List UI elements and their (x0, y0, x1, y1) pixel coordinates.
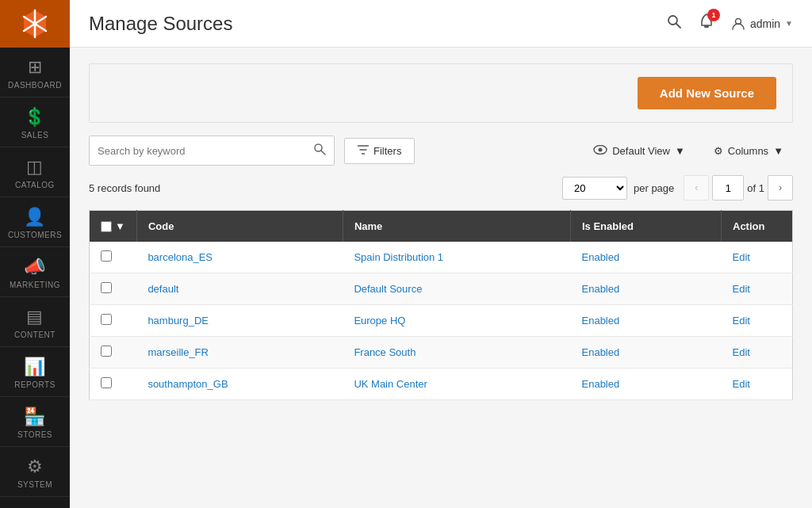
filters-button[interactable]: Filters (344, 138, 415, 164)
sidebar-item-label: DASHBOARD (8, 81, 62, 90)
next-page-button[interactable]: › (768, 175, 793, 201)
default-view-button[interactable]: Default View ▼ (584, 139, 695, 163)
edit-link[interactable]: Edit (733, 251, 750, 263)
row-checkbox[interactable] (101, 250, 112, 262)
enabled-status: Enabled (582, 378, 620, 390)
name-link[interactable]: Spain Distribution 1 (354, 251, 443, 263)
sidebar-item-dashboard[interactable]: ⊞ DASHBOARD (0, 48, 70, 97)
search-box (89, 136, 335, 166)
columns-label: Columns (728, 145, 768, 157)
enabled-status: Enabled (582, 315, 620, 327)
admin-menu-button[interactable]: admin ▼ (731, 17, 793, 31)
main-content: Manage Sources 1 admin (70, 0, 812, 508)
search-input[interactable] (98, 145, 313, 157)
eye-icon (593, 145, 607, 157)
add-new-source-button[interactable]: Add New Source (638, 77, 776, 109)
row-is-enabled: Enabled (571, 273, 722, 305)
sidebar: ⊞ DASHBOARD 💲 SALES ◫ CATALOG 👤 CUSTOMER… (0, 0, 70, 508)
per-page-dropdown[interactable]: 20 30 50 100 200 (562, 177, 627, 200)
row-checkbox-cell (90, 242, 137, 273)
sources-table: ▼ Code Name Is Enabled Action (89, 210, 793, 400)
edit-link[interactable]: Edit (733, 346, 750, 358)
columns-button[interactable]: ⚙ Columns ▼ (704, 139, 793, 163)
sidebar-item-label: CONTENT (14, 330, 56, 340)
row-code: barcelona_ES (136, 242, 343, 273)
row-action: Edit (722, 337, 793, 369)
records-bar: 5 records found 20 30 50 100 200 per pag… (89, 175, 793, 201)
row-checkbox[interactable] (101, 282, 112, 293)
row-is-enabled: Enabled (571, 305, 722, 337)
name-link[interactable]: Default Source (354, 283, 422, 295)
sidebar-item-sales[interactable]: 💲 SALES (0, 97, 70, 147)
edit-link[interactable]: Edit (733, 283, 750, 295)
edit-link[interactable]: Edit (733, 378, 750, 390)
sales-icon: 💲 (24, 107, 46, 128)
prev-page-button[interactable]: ‹ (684, 175, 709, 201)
sidebar-item-label: SALES (21, 131, 49, 140)
enabled-status: Enabled (582, 283, 620, 295)
sidebar-item-label: CUSTOMERS (8, 231, 62, 240)
svg-line-5 (321, 151, 325, 155)
row-action: Edit (722, 305, 793, 337)
search-icon-button[interactable] (666, 13, 682, 33)
system-icon: ⚙ (27, 456, 44, 477)
th-enabled-label: Is Enabled (582, 220, 634, 232)
sidebar-item-label: SYSTEM (17, 480, 52, 490)
th-checkbox-chevron-icon[interactable]: ▼ (115, 220, 125, 232)
toolbar: Filters Default View ▼ ⚙ Columns ▼ (89, 136, 793, 166)
th-checkbox: ▼ (90, 211, 137, 243)
edit-link[interactable]: Edit (733, 315, 750, 327)
svg-line-1 (676, 24, 680, 29)
sidebar-item-customers[interactable]: 👤 CUSTOMERS (0, 197, 70, 247)
code-link[interactable]: hamburg_DE (147, 315, 209, 327)
sidebar-item-system[interactable]: ⚙ SYSTEM (0, 447, 70, 497)
reports-icon: 📊 (24, 357, 46, 377)
per-page-select: 20 30 50 100 200 per page (562, 177, 674, 200)
code-link[interactable]: default (147, 283, 178, 295)
row-name: France South (343, 337, 570, 369)
notification-button[interactable]: 1 (698, 13, 715, 34)
name-link[interactable]: Europe HQ (354, 315, 405, 327)
th-code-label: Code (148, 220, 174, 232)
sidebar-item-reports[interactable]: 📊 REPORTS (0, 347, 70, 397)
row-checkbox[interactable] (101, 377, 112, 388)
catalog-icon: ◫ (26, 157, 44, 178)
sidebar-item-label: REPORTS (14, 380, 56, 390)
row-name: Default Source (343, 273, 570, 305)
code-link[interactable]: southampton_GB (147, 378, 228, 390)
sidebar-item-marketing[interactable]: 📣 MARKETING (0, 247, 70, 297)
table-body: barcelona_ES Spain Distribution 1 Enable… (90, 242, 793, 400)
enabled-status: Enabled (582, 346, 620, 358)
sidebar-item-label: STORES (17, 430, 52, 440)
filters-label: Filters (373, 145, 401, 157)
view-chevron-icon: ▼ (675, 145, 685, 157)
content-icon: ▤ (26, 307, 44, 327)
page-number-input[interactable] (712, 175, 744, 201)
select-all-checkbox[interactable] (101, 221, 112, 232)
sidebar-item-label: MARKETING (10, 281, 60, 290)
row-is-enabled: Enabled (571, 369, 722, 400)
action-bar: Add New Source (89, 63, 793, 123)
row-checkbox[interactable] (101, 314, 112, 325)
row-name: UK Main Center (343, 369, 570, 400)
page-of-label: of 1 (747, 182, 764, 194)
row-checkbox[interactable] (101, 346, 112, 357)
code-link[interactable]: marseille_FR (147, 346, 209, 358)
magento-logo[interactable] (0, 0, 70, 48)
row-code: marseille_FR (136, 337, 343, 369)
columns-chevron-icon: ▼ (773, 145, 783, 157)
code-link[interactable]: barcelona_ES (147, 251, 213, 263)
row-code: hamburg_DE (136, 305, 343, 337)
name-link[interactable]: UK Main Center (354, 378, 427, 390)
dashboard-icon: ⊞ (28, 57, 43, 78)
page-title: Manage Sources (89, 13, 232, 35)
th-action: Action (722, 211, 793, 243)
search-submit-icon[interactable] (313, 143, 326, 159)
sidebar-item-stores[interactable]: 🏪 STORES (0, 397, 70, 447)
marketing-icon: 📣 (24, 257, 46, 277)
sidebar-item-catalog[interactable]: ◫ CATALOG (0, 147, 70, 197)
name-link[interactable]: France South (354, 346, 416, 358)
row-action: Edit (722, 242, 793, 273)
row-code: southampton_GB (136, 369, 343, 400)
sidebar-item-content[interactable]: ▤ CONTENT (0, 297, 70, 347)
